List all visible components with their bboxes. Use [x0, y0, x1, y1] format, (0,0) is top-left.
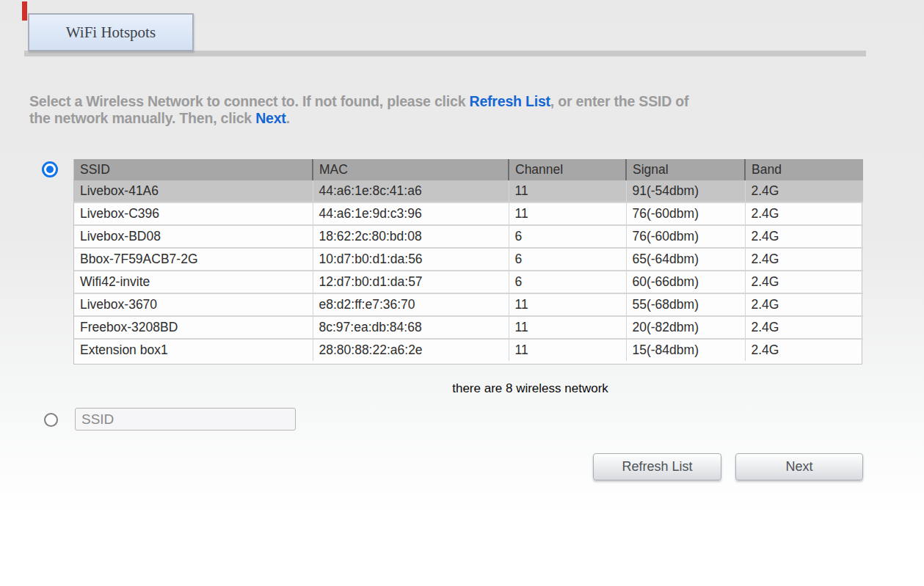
cell-mac: 10:d7:b0:d1:da:56	[313, 248, 509, 271]
cell-band: 2.4G	[745, 293, 863, 316]
table-row[interactable]: Livebox-3670 e8:d2:ff:e7:36:70 11 55(-68…	[74, 293, 863, 316]
cell-mac: 18:62:2c:80:bd:08	[313, 225, 509, 248]
column-header-signal: Signal	[626, 159, 745, 180]
cell-band: 2.4G	[745, 202, 863, 225]
cell-ssid: Livebox-BD08	[74, 225, 313, 248]
refresh-list-link[interactable]: Refresh List	[470, 93, 550, 109]
cell-band: 2.4G	[745, 248, 863, 271]
network-table: SSID MAC Channel Signal Band Livebox-41A…	[73, 159, 862, 365]
cell-mac: 12:d7:b0:d1:da:57	[313, 271, 509, 293]
network-table-body: Livebox-41A6 44:a6:1e:8c:41:a6 11 91(-54…	[74, 180, 863, 361]
column-header-ssid: SSID	[74, 159, 313, 180]
tab-divider-bar	[24, 51, 866, 56]
cell-signal: 15(-84dbm)	[626, 339, 745, 361]
cell-signal: 91(-54dbm)	[626, 180, 745, 202]
cell-channel: 11	[509, 202, 626, 225]
instruction-segment: the network manually. Then, click	[29, 110, 255, 126]
table-row[interactable]: Wifi42-invite 12:d7:b0:d1:da:57 6 60(-66…	[74, 271, 863, 293]
cell-signal: 76(-60dbm)	[626, 225, 745, 248]
tab-wifi-hotspots[interactable]: WiFi Hotspots	[28, 13, 194, 51]
cell-signal: 76(-60dbm)	[626, 202, 745, 225]
cell-mac: 44:a6:1e:9d:c3:96	[313, 202, 509, 225]
cell-signal: 65(-64dbm)	[626, 248, 745, 271]
table-header-row: SSID MAC Channel Signal Band	[74, 159, 863, 180]
cell-band: 2.4G	[745, 180, 863, 202]
cell-band: 2.4G	[745, 316, 863, 339]
table-row[interactable]: Freebox-3208BD 8c:97:ea:db:84:68 11 20(-…	[74, 316, 863, 339]
cell-signal: 55(-68dbm)	[626, 293, 745, 316]
tab-label: WiFi Hotspots	[66, 23, 156, 42]
table-row[interactable]: Livebox-41A6 44:a6:1e:8c:41:a6 11 91(-54…	[74, 180, 863, 202]
instruction-text: Select a Wireless Network to connect to.…	[29, 93, 903, 127]
cell-ssid: Livebox-3670	[74, 293, 313, 316]
cell-ssid: Livebox-C396	[74, 202, 313, 225]
cell-mac: 44:a6:1e:8c:41:a6	[313, 180, 509, 202]
cell-band: 2.4G	[745, 271, 863, 293]
column-header-band: Band	[745, 159, 863, 180]
cell-band: 2.4G	[745, 225, 863, 248]
cell-ssid: Freebox-3208BD	[74, 316, 313, 339]
network-count-text: there are 8 wireless network	[73, 381, 862, 396]
manual-ssid-radio[interactable]	[44, 413, 58, 427]
instruction-line-1: Select a Wireless Network to connect to.…	[29, 93, 903, 110]
ssid-input[interactable]	[75, 408, 296, 431]
refresh-list-button[interactable]: Refresh List	[593, 453, 721, 480]
cell-channel: 11	[509, 180, 626, 202]
cell-signal: 60(-66dbm)	[626, 271, 745, 293]
red-marker	[22, 1, 27, 21]
cell-channel: 11	[509, 339, 626, 361]
cell-mac: 28:80:88:22:a6:2e	[313, 339, 509, 361]
cell-signal: 20(-82dbm)	[626, 316, 745, 339]
cell-band: 2.4G	[745, 339, 863, 361]
cell-ssid: Livebox-41A6	[74, 180, 313, 202]
column-header-channel: Channel	[509, 159, 626, 180]
table-row[interactable]: Livebox-C396 44:a6:1e:9d:c3:96 11 76(-60…	[74, 202, 863, 225]
network-list-radio[interactable]	[42, 161, 58, 177]
cell-ssid: Bbox-7F59ACB7-2G	[74, 248, 313, 271]
cell-ssid: Extension box1	[74, 339, 313, 361]
column-header-mac: MAC	[313, 159, 509, 180]
cell-ssid: Wifi42-invite	[74, 271, 313, 293]
cell-channel: 11	[509, 316, 626, 339]
cell-channel: 6	[509, 248, 626, 271]
cell-mac: 8c:97:ea:db:84:68	[313, 316, 509, 339]
next-link[interactable]: Next	[255, 110, 285, 126]
instruction-line-2: the network manually. Then, click Next.	[29, 110, 903, 127]
cell-mac: e8:d2:ff:e7:36:70	[313, 293, 509, 316]
cell-channel: 6	[509, 225, 626, 248]
instruction-segment: , or enter the SSID of	[550, 93, 688, 109]
cell-channel: 6	[509, 271, 626, 293]
table-row[interactable]: Extension box1 28:80:88:22:a6:2e 11 15(-…	[74, 339, 863, 361]
next-button[interactable]: Next	[735, 453, 863, 480]
table-row[interactable]: Bbox-7F59ACB7-2G 10:d7:b0:d1:da:56 6 65(…	[74, 248, 863, 271]
cell-channel: 11	[509, 293, 626, 316]
instruction-segment: .	[286, 110, 290, 126]
instruction-segment: Select a Wireless Network to connect to.…	[29, 93, 470, 109]
table-row[interactable]: Livebox-BD08 18:62:2c:80:bd:08 6 76(-60d…	[74, 225, 863, 248]
